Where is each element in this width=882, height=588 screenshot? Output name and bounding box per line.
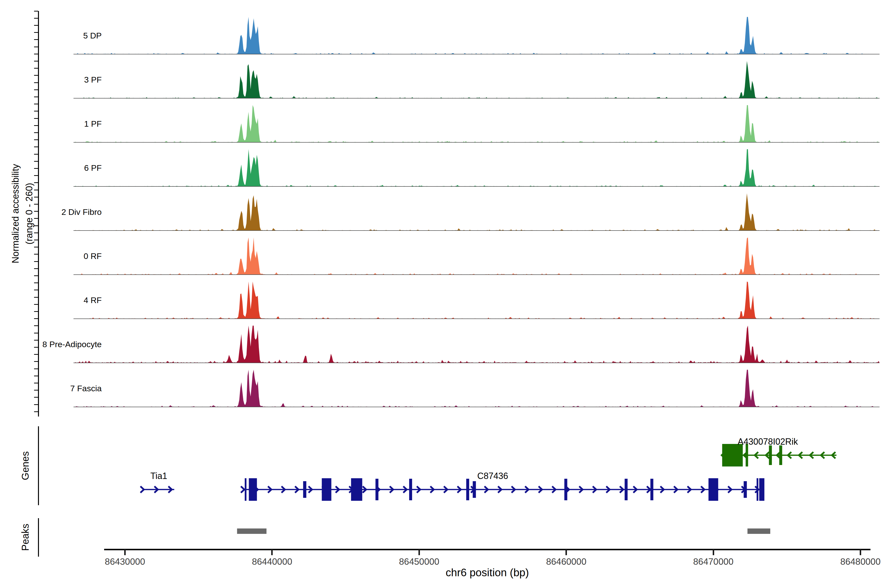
- x-axis-tick-label: 86480000: [840, 556, 881, 567]
- exon-tick: [409, 479, 412, 500]
- strand-arrow-icon: [140, 486, 144, 493]
- exon-tick: [651, 479, 653, 500]
- x-axis-tick-label: 86470000: [693, 556, 734, 567]
- x-axis-tick: [566, 549, 567, 555]
- x-axis-tick: [271, 549, 273, 555]
- exon-tick: [779, 446, 782, 465]
- x-axis-tick-label: 86450000: [399, 556, 440, 567]
- x-axis-title: chr6 position (bp): [446, 567, 529, 579]
- x-axis-line: [104, 549, 870, 550]
- exon-block: [249, 478, 257, 501]
- exon-tick: [564, 479, 567, 500]
- exon-tick: [744, 481, 747, 498]
- x-axis-tick: [713, 549, 714, 555]
- exon-block: [708, 478, 718, 501]
- x-axis-tick-label: 86430000: [105, 556, 145, 567]
- gene-label-A430078I02Rik: A430078I02Rik: [738, 436, 798, 447]
- gene-label-Tia1: Tia1: [150, 471, 167, 481]
- gene-model-A430078I02Rik: [722, 444, 836, 466]
- exon-tick: [245, 478, 246, 501]
- gene-model-Tia1: [140, 486, 174, 493]
- exon-tick: [303, 481, 306, 498]
- called-peak-region: [747, 528, 770, 534]
- exon-tick: [466, 479, 469, 500]
- gene-and-peaks-layer: [0, 0, 882, 588]
- x-axis-tick: [418, 549, 420, 555]
- exon-tick: [756, 478, 758, 501]
- called-peak-region: [237, 528, 267, 534]
- exon-block: [322, 478, 331, 501]
- x-axis-tick-label: 86460000: [546, 556, 586, 567]
- genome-browser-figure: Normalized accessibility (range 0 - 260)…: [0, 0, 882, 588]
- exon-block: [759, 478, 764, 501]
- exon-tick: [472, 481, 476, 498]
- exon-tick: [376, 479, 378, 500]
- exon-tick: [625, 479, 628, 500]
- x-axis-tick: [860, 549, 861, 555]
- x-axis-tick-label: 86440000: [252, 556, 292, 567]
- exon-tick: [746, 444, 748, 466]
- exon-block: [722, 444, 743, 466]
- strand-arrow-icon: [241, 486, 244, 493]
- x-axis-tick: [124, 549, 126, 555]
- gene-label-C87436: C87436: [477, 471, 508, 481]
- gene-model-C87436: [241, 478, 764, 501]
- exon-tick: [769, 446, 772, 465]
- exon-block: [351, 478, 362, 501]
